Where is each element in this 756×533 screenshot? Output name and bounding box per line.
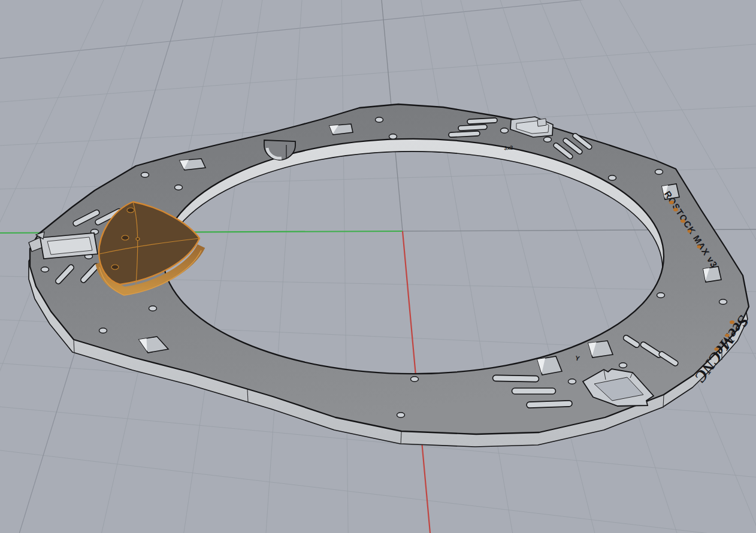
bolt-hole bbox=[501, 128, 509, 133]
bolt-hole bbox=[41, 267, 49, 272]
bolt-hole bbox=[175, 185, 183, 190]
scene-svg: ROSTOCK MAX v3 SeeMeCNC 3x2 Y bbox=[0, 0, 756, 533]
bolt-hole bbox=[619, 363, 627, 368]
cad-viewport[interactable]: ROSTOCK MAX v3 SeeMeCNC 3x2 Y bbox=[0, 0, 756, 533]
bolt-hole bbox=[719, 299, 727, 304]
slot-cutout bbox=[467, 118, 497, 125]
bolt-hole bbox=[609, 175, 616, 180]
bolt-hole bbox=[544, 137, 552, 142]
slot-cutout bbox=[458, 125, 487, 131]
slot-cutout bbox=[527, 401, 572, 408]
bolt-hole bbox=[655, 169, 663, 174]
bolt-hole bbox=[149, 306, 157, 311]
slot-cutout bbox=[492, 375, 539, 381]
bolt-hole bbox=[141, 172, 149, 177]
bolt-hole bbox=[376, 117, 383, 122]
bolt-hole bbox=[657, 293, 665, 298]
bolt-hole bbox=[389, 134, 397, 139]
bolt-hole bbox=[397, 413, 405, 417]
bolt-hole bbox=[99, 328, 107, 333]
engraving-size-label: 3x2 bbox=[504, 144, 513, 151]
slot-cutout bbox=[449, 131, 480, 138]
bolt-hole bbox=[568, 379, 576, 384]
slot-cutout bbox=[512, 388, 556, 394]
bolt-hole bbox=[411, 377, 419, 381]
